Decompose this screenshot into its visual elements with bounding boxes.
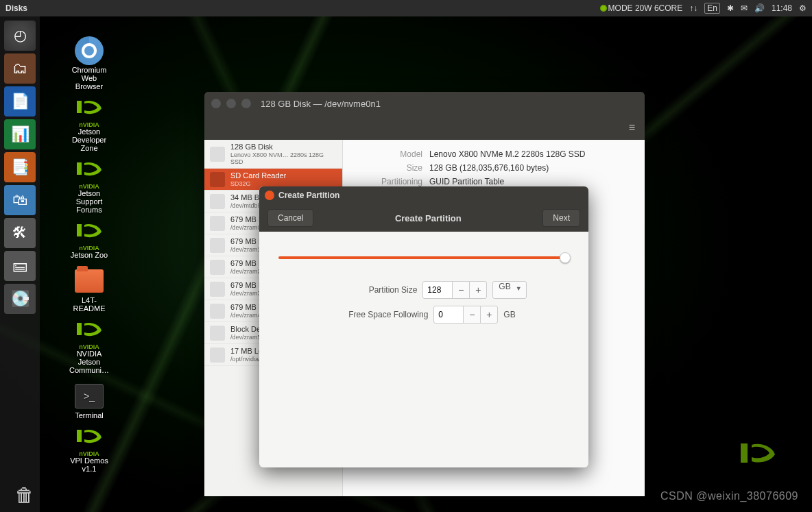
desktop: ◴ 🗂 📄 📊 📑 🛍 🛠 🖴 💽 Chromium Web Browsern​… — [0, 16, 812, 512]
disks-app-icon[interactable]: 🖴 — [4, 251, 36, 281]
svg-rect-1 — [77, 162, 82, 175]
drive-icon — [210, 216, 225, 231]
desktop-icon[interactable]: n​VIDIAJetson Support Forums — [51, 160, 127, 214]
status-area: MODE 20W 6CORE ↑↓ En ✱ ✉ 🔊 11:48 ⚙ — [600, 3, 807, 14]
writer-icon[interactable]: 📄 — [4, 86, 36, 117]
svg-rect-0 — [77, 101, 82, 113]
clock[interactable]: 11:48 — [772, 3, 792, 13]
size-value: 128 GB (128,035,676,160 bytes) — [429, 163, 549, 173]
power-mode-indicator[interactable]: MODE 20W 6CORE — [600, 3, 683, 13]
window-header-bar: ≡ — [204, 115, 645, 140]
window-close-icon[interactable] — [211, 99, 221, 108]
window-maximize-icon[interactable] — [241, 99, 251, 108]
watermark: CSDN @weixin_38076609 — [660, 490, 798, 502]
partition-size-slider[interactable] — [278, 251, 569, 265]
desktop-icons-column: Chromium Web Browsern​VIDIAJetson Develo… — [51, 37, 127, 473]
software-icon[interactable]: 🛍 — [4, 185, 36, 215]
svg-rect-4 — [77, 430, 82, 442]
free-space-unit: GB — [503, 310, 515, 319]
desktop-icon[interactable]: n​VIDIAJetson Developer Zone — [51, 99, 127, 152]
desktop-icon[interactable]: Chromium Web Browser — [51, 37, 127, 90]
desktop-icon[interactable]: n​VIDIAVPI Demos v1.1 — [51, 428, 127, 473]
desktop-icon[interactable]: n​VIDIAJetson Zoo — [51, 222, 127, 259]
drive-icon — [210, 348, 225, 363]
free-space-input[interactable] — [433, 306, 464, 324]
dialog-titlebar[interactable]: Create Partition — [259, 186, 588, 204]
free-increment-button[interactable]: + — [480, 306, 498, 324]
unity-launcher: ◴ 🗂 📄 📊 📑 🛍 🛠 🖴 💽 — [0, 16, 40, 512]
drive-icon[interactable]: 💽 — [4, 284, 36, 314]
model-label: Model — [355, 149, 422, 159]
partitioning-value: GUID Partition Table — [429, 177, 504, 186]
slider-track — [278, 256, 569, 259]
impress-icon[interactable]: 📑 — [4, 152, 36, 182]
size-unit-select[interactable]: GB — [492, 281, 526, 299]
dialog-window-title: Create Partition — [278, 191, 339, 200]
keyboard-layout-indicator[interactable]: En — [704, 3, 720, 14]
bluetooth-icon[interactable]: ✱ — [727, 3, 734, 13]
partition-size-label: Partition Size — [321, 285, 417, 295]
model-value: Lenovo X800 NVMe M.2 2280s 128G SSD — [429, 149, 585, 159]
size-label: Size — [355, 163, 422, 173]
desktop-icon[interactable]: L4T- README — [51, 267, 127, 313]
drive-icon — [210, 238, 225, 253]
size-increment-button[interactable]: + — [469, 281, 487, 299]
settings-icon[interactable]: 🛠 — [4, 218, 36, 248]
drive-icon — [210, 260, 225, 275]
drive-icon — [210, 326, 225, 341]
network-icon[interactable]: ↑↓ — [689, 3, 697, 13]
svg-rect-2 — [77, 224, 82, 236]
drive-icon — [210, 194, 225, 209]
partitioning-label: Partitioning — [355, 177, 422, 186]
create-partition-dialog: Create Partition Cancel Create Partition… — [259, 186, 588, 467]
dialog-close-icon[interactable] — [265, 191, 274, 200]
desktop-icon[interactable]: >_Terminal — [51, 382, 127, 419]
svg-rect-3 — [77, 323, 82, 335]
drive-icon — [210, 282, 225, 297]
partition-size-input[interactable] — [422, 281, 453, 299]
size-decrement-button[interactable]: − — [452, 281, 470, 299]
window-titlebar[interactable]: 128 GB Disk — /dev/nvme0n1 — [204, 92, 645, 115]
window-minimize-icon[interactable] — [226, 99, 236, 108]
ubuntu-dash-icon[interactable]: ◴ — [4, 21, 36, 51]
cancel-button[interactable]: Cancel — [267, 209, 313, 227]
drive-icon — [210, 172, 225, 187]
top-menu-bar: Disks MODE 20W 6CORE ↑↓ En ✱ ✉ 🔊 11:48 ⚙ — [0, 0, 812, 16]
mail-icon[interactable]: ✉ — [741, 3, 748, 13]
active-app-title: Disks — [5, 3, 600, 13]
free-decrement-button[interactable]: − — [463, 306, 481, 324]
drive-icon — [210, 147, 225, 162]
device-list-item[interactable]: 128 GB DiskLenovo X800 NVM… 2280s 128G S… — [204, 140, 342, 169]
drive-icon — [210, 304, 225, 319]
hamburger-menu-icon[interactable]: ≡ — [629, 121, 635, 134]
trash-icon[interactable]: 🗑 — [15, 484, 34, 507]
files-icon[interactable]: 🗂 — [4, 53, 36, 84]
settings-gear-icon[interactable]: ⚙ — [799, 3, 807, 13]
svg-rect-5 — [741, 443, 748, 463]
slider-thumb[interactable] — [560, 252, 571, 263]
next-button[interactable]: Next — [542, 209, 580, 227]
calc-icon[interactable]: 📊 — [4, 119, 36, 149]
nvidia-logo — [738, 438, 779, 468]
window-title: 128 GB Disk — /dev/nvme0n1 — [261, 99, 381, 109]
free-space-label: Free Space Following — [332, 310, 428, 319]
dialog-header: Cancel Create Partition Next — [259, 204, 588, 232]
desktop-icon[interactable]: n​VIDIANVIDIA Jetson Communi… — [51, 321, 127, 374]
volume-icon[interactable]: 🔊 — [754, 3, 765, 13]
dialog-title: Create Partition — [313, 213, 542, 223]
